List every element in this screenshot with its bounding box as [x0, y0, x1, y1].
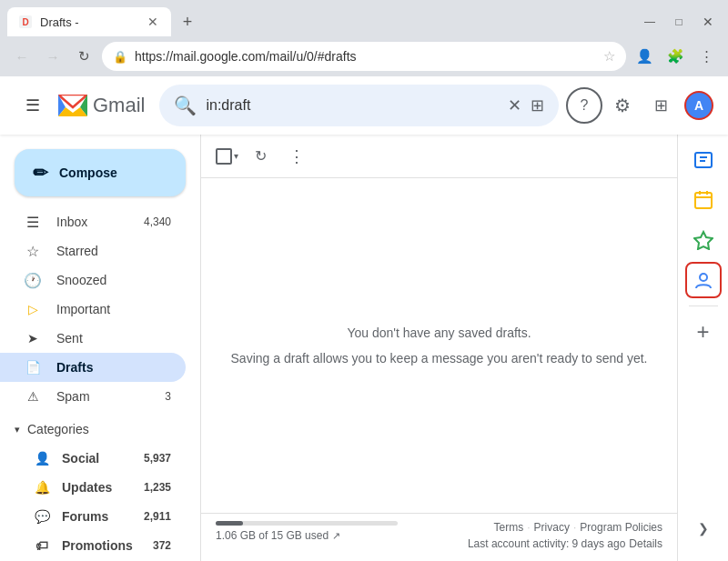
sidebar-item-important[interactable]: ▷ Important	[0, 295, 186, 324]
sidebar-item-inbox[interactable]: ☰ Inbox 4,340	[0, 207, 186, 236]
minimize-button[interactable]: —	[637, 9, 662, 35]
sidebar-forums-label: Forums	[62, 509, 133, 524]
drafts-icon: 📄	[24, 360, 42, 375]
right-panel-expand-button[interactable]: ❯	[696, 510, 711, 546]
settings-button[interactable]: ⚙	[604, 87, 641, 124]
sidebar-forums-count: 2,911	[144, 510, 171, 523]
gmail-wrapper: ☰ Gmail 🔍 ✕ ⊞ ? ⚙ ⊞ A	[0, 76, 728, 561]
compose-icon: ✏	[33, 162, 48, 184]
extensions-button[interactable]: 🧩	[662, 44, 688, 69]
snoozed-icon: 🕐	[24, 272, 42, 289]
policies-link[interactable]: Program Policies	[580, 521, 662, 534]
right-panel-add-button[interactable]: +	[685, 314, 722, 350]
empty-state-line2: Saving a draft allows you to keep a mess…	[231, 346, 648, 371]
right-panel-calendar[interactable]	[685, 182, 722, 218]
sidebar-item-sent[interactable]: ➤ Sent	[0, 324, 186, 353]
sidebar-item-promotions[interactable]: 🏷 Promotions 372	[0, 531, 186, 560]
tab-bar: D Drafts - ✕ + — □ ✕	[0, 0, 728, 36]
reload-button[interactable]: ↻	[71, 44, 96, 69]
details-link[interactable]: Details	[629, 537, 662, 550]
close-button[interactable]: ✕	[695, 9, 721, 35]
refresh-button[interactable]: ↻	[246, 142, 275, 171]
starred-icon: ☆	[24, 243, 42, 260]
right-panel-keep[interactable]	[685, 222, 722, 258]
search-clear-icon[interactable]: ✕	[508, 95, 521, 115]
gmail-logo-text: Gmail	[93, 94, 145, 117]
main-layout: ✏ Compose ☰ Inbox 4,340 ☆ Starred 🕐 Snoo…	[0, 135, 728, 561]
search-filter-icon[interactable]: ⊞	[531, 95, 544, 115]
sidebar-spam-label: Spam	[56, 389, 150, 404]
sidebar-sent-label: Sent	[56, 331, 171, 346]
external-link-icon[interactable]: ↗	[332, 530, 340, 542]
sidebar-updates-label: Updates	[62, 480, 133, 495]
browser-chrome: D Drafts - ✕ + — □ ✕ ← → ↻ 🔒 https://mai…	[0, 0, 728, 76]
right-panel-contacts[interactable]	[685, 262, 722, 298]
compose-button[interactable]: ✏ Compose	[15, 149, 186, 196]
categories-header[interactable]: ▾ Categories	[0, 415, 200, 444]
empty-state: You don't have any saved drafts. Saving …	[201, 178, 677, 513]
right-panel-tasks[interactable]	[685, 142, 722, 178]
more-options-button[interactable]: ⋮	[282, 142, 311, 171]
tab-close-icon[interactable]: ✕	[146, 15, 160, 29]
bookmark-icon[interactable]: ☆	[603, 48, 615, 65]
sidebar-item-social[interactable]: 👤 Social 5,937	[0, 444, 186, 473]
main-content: ▾ ↻ ⋮ You don't have any saved drafts. S…	[200, 135, 677, 561]
sidebar-snoozed-label: Snoozed	[56, 273, 171, 287]
footer: 1.06 GB of 15 GB used ↗ Terms · Privacy …	[201, 513, 677, 561]
storage-text: 1.06 GB of 15 GB used	[216, 529, 329, 542]
address-text: https://mail.google.com/mail/u/0/#drafts	[135, 49, 596, 64]
footer-links: Terms · Privacy · Program Policies Last …	[468, 521, 662, 550]
sidebar-spam-count: 3	[165, 390, 171, 403]
browser-menu-button[interactable]: ⋮	[693, 44, 719, 69]
search-input[interactable]	[206, 97, 499, 114]
right-panel: + ❯	[677, 135, 728, 561]
apps-button[interactable]: ⊞	[642, 87, 679, 124]
sidebar-item-updates[interactable]: 🔔 Updates 1,235	[0, 473, 186, 502]
sidebar-promotions-count: 372	[153, 539, 171, 552]
hamburger-menu-button[interactable]: ☰	[15, 87, 51, 124]
avatar-button[interactable]: A	[684, 91, 713, 120]
sep1: ·	[527, 521, 530, 534]
new-tab-button[interactable]: +	[175, 9, 200, 35]
tab-title: Drafts -	[40, 15, 138, 29]
address-bar[interactable]: 🔒 https://mail.google.com/mail/u/0/#draf…	[102, 42, 626, 71]
sidebar-promotions-label: Promotions	[62, 538, 142, 553]
sidebar-item-snoozed[interactable]: 🕐 Snoozed	[0, 265, 186, 295]
sidebar-item-forums[interactable]: 💬 Forums 2,911	[0, 502, 186, 531]
sidebar-item-drafts[interactable]: 📄 Drafts	[0, 353, 186, 382]
back-button[interactable]: ←	[9, 44, 35, 69]
toolbar: ▾ ↻ ⋮	[201, 135, 677, 178]
forward-button[interactable]: →	[40, 44, 66, 69]
help-button[interactable]: ?	[566, 87, 602, 124]
sidebar-starred-label: Starred	[56, 244, 171, 258]
sidebar-updates-count: 1,235	[144, 481, 171, 494]
terms-link[interactable]: Terms	[494, 521, 524, 534]
search-icon[interactable]: 🔍	[174, 95, 197, 116]
checkbox-box	[216, 148, 232, 165]
sidebar-item-starred[interactable]: ☆ Starred	[0, 236, 186, 265]
privacy-link[interactable]: Privacy	[534, 521, 570, 534]
browser-tab[interactable]: D Drafts - ✕	[7, 7, 171, 36]
profile-button[interactable]: 👤	[632, 44, 657, 69]
maximize-button[interactable]: □	[666, 9, 692, 35]
svg-point-14	[700, 274, 707, 281]
empty-state-line1: You don't have any saved drafts.	[347, 320, 531, 346]
sidebar-important-label: Important	[56, 302, 171, 316]
spam-icon: ⚠	[24, 389, 42, 404]
search-bar: 🔍 ✕ ⊞	[159, 85, 559, 126]
sidebar-item-spam[interactable]: ⚠ Spam 3	[0, 382, 186, 411]
sep2: ·	[573, 521, 576, 534]
sidebar-social-count: 5,937	[144, 452, 171, 465]
promotions-icon: 🏷	[33, 538, 51, 553]
storage-section: 1.06 GB of 15 GB used ↗	[216, 521, 398, 542]
forums-icon: 💬	[33, 509, 51, 524]
important-icon: ▷	[24, 302, 42, 316]
security-icon: 🔒	[113, 50, 127, 64]
updates-icon: 🔔	[33, 480, 51, 495]
inbox-icon: ☰	[24, 214, 42, 231]
checkbox-dropdown-icon: ▾	[234, 151, 238, 161]
select-checkbox[interactable]: ▾	[216, 148, 238, 165]
last-activity-text: Last account activity: 9 days ago	[468, 537, 625, 550]
gmail-topnav: ☰ Gmail 🔍 ✕ ⊞ ? ⚙ ⊞ A	[0, 76, 728, 135]
address-bar-row: ← → ↻ 🔒 https://mail.google.com/mail/u/0…	[0, 36, 728, 76]
